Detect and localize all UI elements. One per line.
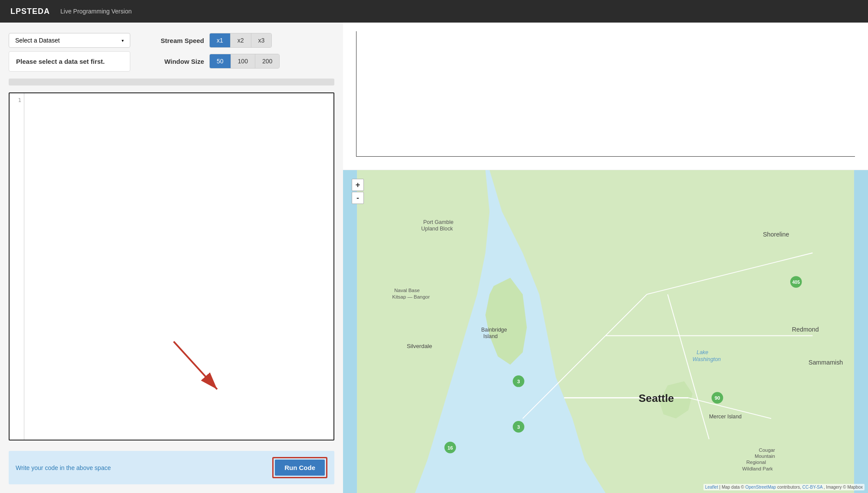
right-panel: + -	[343, 23, 868, 493]
stream-speed-row: Stream Speed x1 x2 x3	[156, 33, 280, 48]
leaflet-link[interactable]: Leaflet	[705, 485, 718, 490]
map-zoom-out-button[interactable]: -	[352, 192, 364, 204]
hint-text: Write your code in the above space	[16, 464, 265, 471]
svg-text:Mercer Island: Mercer Island	[709, 414, 742, 420]
svg-text:Regional: Regional	[746, 460, 766, 465]
top-controls: Select a Dataset ▾ Please select a data …	[9, 33, 334, 72]
svg-text:Bainbridge: Bainbridge	[481, 327, 507, 333]
map-area: + -	[343, 170, 868, 493]
svg-text:3: 3	[517, 424, 520, 430]
svg-text:Port Gamble: Port Gamble	[423, 219, 454, 225]
window-size-100[interactable]: 100	[231, 54, 255, 68]
svg-text:Sammamish: Sammamish	[809, 359, 843, 366]
svg-text:Lake: Lake	[696, 349, 708, 355]
stream-speed-x3[interactable]: x3	[251, 33, 272, 47]
svg-text:16: 16	[447, 445, 453, 450]
chart-inner	[347, 27, 864, 165]
map-attribution: Leaflet | Map data © OpenStreetMap contr…	[703, 484, 865, 490]
line-numbers: 1	[10, 93, 24, 440]
dataset-message: Please select a data set first.	[9, 51, 130, 72]
svg-text:Mountain: Mountain	[755, 454, 775, 459]
main-layout: Select a Dataset ▾ Please select a data …	[0, 23, 868, 493]
progress-bar	[9, 79, 334, 85]
code-editor-wrapper: 1	[9, 92, 334, 440]
window-size-200[interactable]: 200	[255, 54, 279, 68]
ccbysa-link[interactable]: CC-BY-SA	[802, 485, 822, 490]
chart-area	[343, 23, 868, 170]
chart-axis-left	[356, 31, 356, 157]
svg-text:Island: Island	[483, 333, 498, 339]
dropdown-caret-icon: ▾	[122, 38, 124, 43]
svg-text:Naval Base: Naval Base	[394, 288, 420, 293]
run-code-button[interactable]: Run Code	[275, 460, 325, 476]
dataset-dropdown-label: Select a Dataset	[15, 37, 60, 44]
map-controls: + -	[352, 179, 364, 204]
svg-text:Cougar: Cougar	[759, 447, 775, 453]
svg-text:Upland Block: Upland Block	[421, 226, 453, 232]
code-editor[interactable]	[24, 93, 333, 440]
svg-text:Kitsap — Bangor: Kitsap — Bangor	[392, 294, 430, 299]
stream-speed-group: x1 x2 x3	[209, 33, 272, 48]
run-code-btn-wrapper: Run Code	[272, 457, 327, 478]
dataset-dropdown[interactable]: Select a Dataset ▾	[9, 33, 130, 48]
osm-link[interactable]: OpenStreetMap	[746, 485, 776, 490]
chart-axis-bottom	[356, 156, 855, 157]
left-panel: Select a Dataset ▾ Please select a data …	[0, 23, 343, 493]
map-zoom-in-button[interactable]: +	[352, 179, 364, 191]
app-title: LPSTEDA	[10, 7, 50, 16]
svg-text:Redmond: Redmond	[792, 326, 819, 333]
app-header: LPSTEDA Live Programming Version	[0, 0, 868, 23]
window-size-50[interactable]: 50	[210, 54, 231, 68]
dataset-section: Select a Dataset ▾ Please select a data …	[9, 33, 130, 72]
svg-text:Silverdale: Silverdale	[407, 343, 432, 349]
window-size-group: 50 100 200	[209, 54, 280, 69]
stream-controls: Stream Speed x1 x2 x3 Window Size 50 100…	[156, 33, 280, 69]
stream-speed-label: Stream Speed	[156, 37, 204, 44]
svg-text:90: 90	[715, 395, 720, 401]
svg-text:405: 405	[792, 280, 800, 285]
svg-text:Wildland Park: Wildland Park	[742, 466, 773, 471]
svg-text:Shoreline: Shoreline	[763, 231, 789, 238]
map-svg: 3 3 405 90 16 Port Gamble Upland Block S…	[343, 170, 868, 493]
app-subtitle: Live Programming Version	[60, 8, 132, 15]
svg-text:3: 3	[517, 379, 520, 384]
bottom-bar: Write your code in the above space Run C…	[9, 451, 334, 484]
svg-text:Washington: Washington	[693, 356, 721, 362]
stream-speed-x1[interactable]: x1	[210, 33, 231, 47]
window-size-label: Window Size	[156, 58, 204, 65]
stream-speed-x2[interactable]: x2	[231, 33, 251, 47]
window-size-row: Window Size 50 100 200	[156, 54, 280, 69]
svg-text:Seattle: Seattle	[639, 392, 674, 404]
